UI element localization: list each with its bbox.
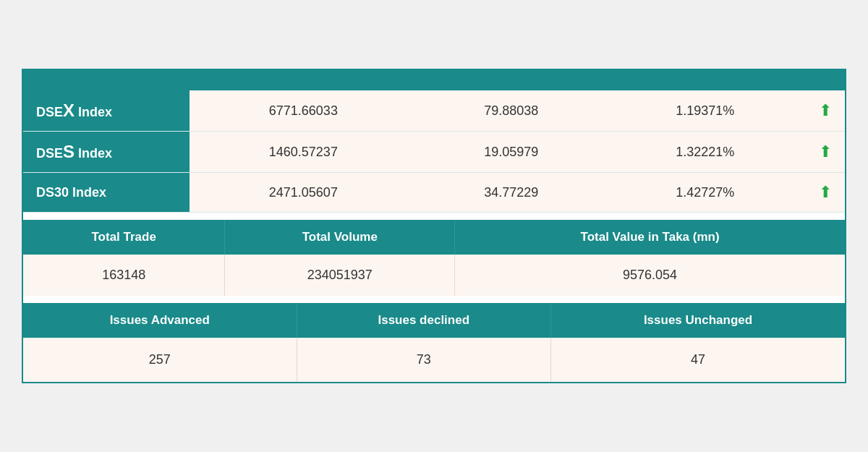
stats-header-0: Total Trade [23, 220, 225, 255]
up-arrow-icon: ⬆ [819, 101, 832, 119]
page-header [23, 70, 845, 90]
stats-value-2: 9576.054 [455, 255, 845, 296]
index-percent-0: 1.19371% [605, 90, 805, 132]
index-change-1: 19.05979 [417, 132, 605, 173]
issues-value-0: 257 [23, 338, 297, 382]
index-value-1: 1460.57237 [190, 132, 417, 173]
issues-header-2: Issues Unchanged [551, 303, 845, 338]
stats-section: Total TradeTotal VolumeTotal Value in Ta… [23, 220, 845, 296]
index-section: DSEX Index6771.6603379.880381.19371%⬆DSE… [23, 90, 845, 213]
main-card: DSEX Index6771.6603379.880381.19371%⬆DSE… [22, 69, 846, 383]
index-percent-1: 1.32221% [605, 132, 805, 173]
issues-section: Issues AdvancedIssues declinedIssues Unc… [23, 303, 845, 382]
stats-value-0: 163148 [23, 255, 225, 296]
stats-value-1: 234051937 [225, 255, 455, 296]
issues-table: Issues AdvancedIssues declinedIssues Unc… [23, 303, 845, 382]
index-arrow-1: ⬆ [805, 132, 845, 173]
issues-value-2: 47 [551, 338, 845, 382]
index-label-0: DSEX Index [23, 90, 190, 132]
index-percent-2: 1.42727% [605, 173, 805, 213]
issues-header-1: Issues declined [297, 303, 550, 338]
stats-header-1: Total Volume [225, 220, 455, 255]
issues-value-1: 73 [297, 338, 550, 382]
index-label-2: DS30 Index [23, 173, 190, 213]
index-table: DSEX Index6771.6603379.880381.19371%⬆DSE… [23, 90, 845, 213]
stats-header-2: Total Value in Taka (mn) [455, 220, 845, 255]
index-change-2: 34.77229 [417, 173, 605, 213]
up-arrow-icon: ⬆ [819, 142, 832, 161]
index-value-2: 2471.05607 [190, 173, 417, 213]
index-label-1: DSES Index [23, 132, 190, 173]
index-arrow-2: ⬆ [805, 173, 845, 213]
index-change-0: 79.88038 [417, 90, 605, 132]
issues-header-0: Issues Advanced [23, 303, 297, 338]
index-arrow-0: ⬆ [805, 90, 845, 132]
stats-table: Total TradeTotal VolumeTotal Value in Ta… [23, 220, 845, 296]
up-arrow-icon: ⬆ [819, 183, 832, 201]
index-value-0: 6771.66033 [190, 90, 417, 132]
